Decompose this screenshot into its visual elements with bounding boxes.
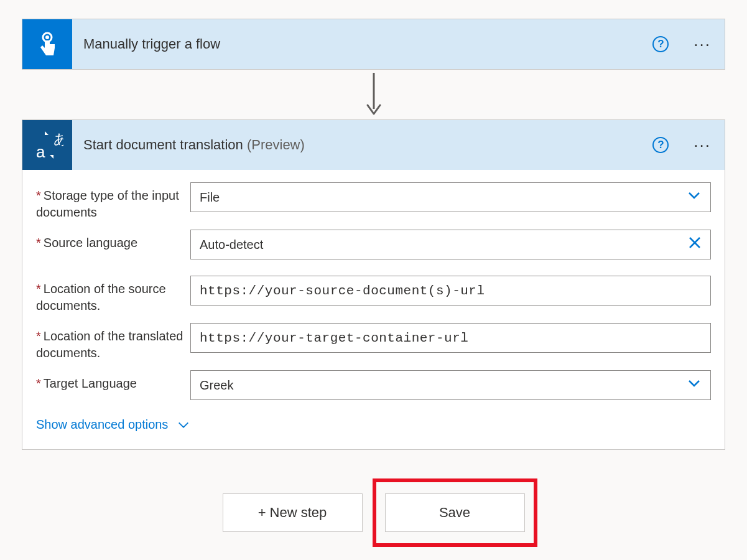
svg-text:a: a [36, 142, 45, 161]
target-location-row: *Location of the translated documents. h… [36, 323, 711, 362]
storage-type-label: *Storage type of the input documents [36, 182, 190, 221]
preview-tag: (Preview) [247, 137, 305, 152]
show-advanced-options-link[interactable]: Show advanced options [36, 418, 190, 432]
help-icon[interactable]: ? [652, 36, 669, 52]
source-location-label: *Location of the source documents. [36, 276, 190, 314]
trigger-title: Manually trigger a flow [83, 36, 220, 52]
storage-type-row: *Storage type of the input documents Fil… [36, 182, 711, 221]
chevron-down-icon [687, 376, 702, 394]
target-location-input[interactable]: https://your-target-container-url [190, 323, 711, 353]
action-title: Start document translation (Preview) [83, 137, 305, 153]
new-step-button[interactable]: + New step [223, 493, 363, 532]
footer-actions: + New step Save [22, 493, 725, 532]
more-options-icon[interactable]: ··· [694, 36, 711, 52]
action-body: *Storage type of the input documents Fil… [22, 170, 725, 449]
action-header[interactable]: あ a Start document translation (Preview)… [22, 120, 725, 170]
source-location-row: *Location of the source documents. https… [36, 276, 711, 314]
source-language-select[interactable]: Auto-detect [190, 230, 711, 259]
target-location-label: *Location of the translated documents. [36, 323, 190, 362]
svg-point-1 [45, 35, 49, 39]
source-language-label: *Source language [36, 230, 190, 251]
save-button[interactable]: Save [385, 493, 525, 532]
source-location-input[interactable]: https://your-source-document(s)-url [190, 276, 711, 306]
action-card: あ a Start document translation (Preview)… [22, 119, 725, 450]
document-translation-icon: あ a [22, 120, 72, 170]
chevron-down-icon [687, 188, 702, 207]
trigger-card: Manually trigger a flow ? ··· [22, 19, 725, 70]
source-language-row: *Source language Auto-detect [36, 230, 711, 259]
storage-type-select[interactable]: File [190, 182, 711, 212]
help-icon[interactable]: ? [652, 137, 669, 153]
chevron-down-icon [177, 418, 190, 432]
clear-x-icon[interactable] [688, 236, 702, 253]
trigger-header[interactable]: Manually trigger a flow ? ··· [22, 19, 725, 69]
target-language-label: *Target Language [36, 370, 190, 392]
manual-trigger-icon [22, 19, 72, 69]
target-language-select[interactable]: Greek [190, 370, 711, 400]
target-language-row: *Target Language Greek [36, 370, 711, 400]
more-options-icon[interactable]: ··· [694, 137, 711, 153]
svg-text:あ: あ [53, 131, 63, 147]
flow-arrow-connector [22, 70, 725, 119]
